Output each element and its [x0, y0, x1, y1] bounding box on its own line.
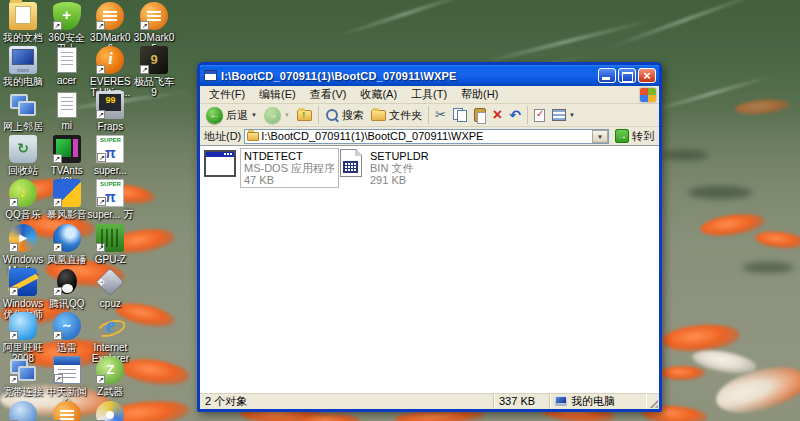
search-label: 搜索: [342, 108, 364, 123]
status-total-size: 337 KB: [494, 393, 550, 409]
forward-button[interactable]: [261, 106, 293, 125]
desktop-icon-image: [96, 224, 124, 252]
desktop-icon-label: GPU-Z: [87, 254, 133, 265]
desktop-icon-image: [57, 47, 77, 73]
back-icon: [206, 107, 223, 124]
back-dropdown-caret[interactable]: [251, 112, 257, 118]
folders-button[interactable]: 文件夹: [368, 107, 425, 124]
back-button[interactable]: 后退: [203, 106, 260, 125]
desktop-icon[interactable]: [44, 401, 90, 421]
desktop-icon[interactable]: super...: [87, 135, 133, 176]
desktop-icon[interactable]: super... 万: [87, 179, 133, 220]
desktop-icon[interactable]: 我的电脑: [0, 46, 46, 87]
resize-grip[interactable]: [646, 393, 659, 409]
desktop-icon-image: [96, 135, 124, 163]
go-button[interactable]: 转到: [612, 129, 657, 144]
shortcut-arrow-icon: [97, 153, 106, 162]
desktop-icon[interactable]: 网上邻居: [0, 91, 46, 132]
views-button[interactable]: [549, 108, 578, 122]
menu-item[interactable]: 编辑(E): [252, 86, 303, 103]
views-dropdown-caret[interactable]: [569, 112, 575, 118]
file-list-area[interactable]: NTDETECT MS-DOS 应用程序 47 KB SETUPLDR BIN …: [200, 146, 659, 392]
desktop-icon[interactable]: [87, 401, 133, 421]
desktop-icon-image: [53, 312, 81, 340]
desktop-icon-image: [96, 91, 124, 119]
window-titlebar[interactable]: I:\BootCD_070911(1)\BootCD_070911\WXPE: [200, 65, 659, 86]
undo-button[interactable]: [506, 107, 524, 124]
desktop-icon-image: [53, 224, 81, 252]
menu-item[interactable]: 收藏(A): [353, 86, 404, 103]
shortcut-arrow-icon: [96, 21, 105, 30]
shortcut-arrow-icon: [96, 65, 105, 74]
file-item[interactable]: NTDETECT MS-DOS 应用程序 47 KB: [204, 149, 338, 187]
address-dropdown-button[interactable]: [592, 130, 608, 143]
file-icon: [340, 149, 362, 177]
folder-options-button[interactable]: [531, 108, 548, 123]
shortcut-arrow-icon: [53, 331, 62, 340]
menu-item[interactable]: 工具(T): [404, 86, 454, 103]
desktop-icon[interactable]: 凤凰直播: [44, 224, 90, 265]
file-text: NTDETECT MS-DOS 应用程序 47 KB: [241, 149, 338, 187]
desktop-icon-label: cpuz: [87, 298, 133, 309]
desktop-icon[interactable]: 腾讯QQ: [44, 268, 90, 309]
file-type: BIN 文件: [370, 162, 413, 174]
explorer-window: I:\BootCD_070911(1)\BootCD_070911\WXPE 文…: [197, 62, 662, 412]
desktop-icon[interactable]: 我的文档: [0, 2, 46, 43]
desktop-icon[interactable]: [0, 401, 46, 421]
up-button[interactable]: [294, 109, 315, 122]
address-folder-icon: [247, 132, 259, 141]
status-object-count: 2 个对象: [200, 393, 494, 409]
desktop-icon-label: mi: [44, 120, 90, 131]
desktop-icon-label: 宽带连接: [0, 386, 46, 397]
menu-item[interactable]: 文件(F): [202, 86, 252, 103]
shortcut-arrow-icon: [9, 331, 18, 340]
shortcut-arrow-icon: [97, 277, 106, 286]
copy-button[interactable]: [450, 107, 470, 123]
maximize-button[interactable]: [618, 68, 636, 83]
desktop: 我的文档 360安全卫士 3DMark06 3DMark05 我的电脑: [0, 0, 800, 421]
desktop-icon-label: 迅雷: [44, 342, 90, 353]
search-button[interactable]: 搜索: [322, 107, 367, 124]
desktop-icon-image: [96, 2, 124, 30]
desktop-icon[interactable]: cpuz: [87, 268, 133, 309]
menu-item[interactable]: 帮助(H): [454, 86, 505, 103]
shortcut-arrow-icon: [97, 197, 106, 206]
desktop-icon-image: [96, 268, 125, 297]
shortcut-arrow-icon: [96, 110, 105, 119]
desktop-icon-label: QQ音乐: [0, 209, 46, 220]
cut-button[interactable]: [432, 107, 449, 123]
close-button[interactable]: [638, 68, 656, 83]
desktop-icon-image: [9, 179, 37, 207]
desktop-icon[interactable]: 回收站: [0, 135, 46, 176]
desktop-icon[interactable]: 暴风影音: [44, 179, 90, 220]
desktop-icon-image: [9, 91, 37, 119]
menubar: 文件(F) 编辑(E) 查看(V) 收藏(A) 工具(T) 帮助(H): [200, 86, 659, 104]
desktop-icon[interactable]: acer: [44, 46, 90, 86]
desktop-icon[interactable]: 迅雷: [44, 312, 90, 353]
desktop-icon[interactable]: 极品飞车 9: [131, 46, 177, 98]
desktop-icon-image: [140, 46, 168, 74]
go-label: 转到: [632, 129, 654, 144]
desktop-icon[interactable]: GPU-Z: [87, 224, 133, 265]
desktop-icon[interactable]: QQ音乐: [0, 179, 46, 220]
desktop-icon-image: [9, 356, 37, 384]
desktop-icon-image: [9, 46, 37, 74]
delete-button[interactable]: [490, 107, 505, 124]
shortcut-arrow-icon: [54, 374, 63, 383]
desktop-icon-label: 腾讯QQ: [44, 298, 90, 309]
desktop-icon[interactable]: mi: [44, 91, 90, 131]
desktop-icon[interactable]: 宽带连接: [0, 356, 46, 397]
minimize-button[interactable]: [598, 68, 616, 83]
forward-dropdown-caret[interactable]: [284, 112, 290, 118]
desktop-icon-image: [96, 179, 124, 207]
desktop-icon-label: Fraps: [87, 121, 133, 132]
desktop-icon-image: [53, 268, 81, 296]
menu-item[interactable]: 查看(V): [303, 86, 354, 103]
desktop-icon[interactable]: Fraps: [87, 91, 133, 132]
status-location-label: 我的电脑: [571, 394, 615, 409]
address-input[interactable]: [259, 130, 592, 143]
paste-button[interactable]: [471, 107, 489, 123]
desktop-icon[interactable]: Z武器: [87, 356, 133, 397]
statusbar: 2 个对象 337 KB 我的电脑: [200, 392, 659, 409]
file-item[interactable]: SETUPLDR BIN 文件 291 KB: [335, 149, 432, 187]
